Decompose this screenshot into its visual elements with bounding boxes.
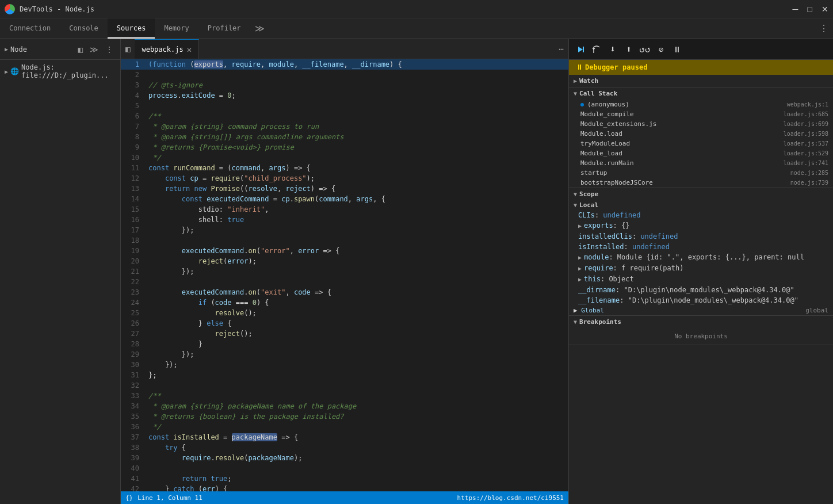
pause-on-exception-button[interactable]: ⏸ <box>670 43 684 56</box>
svg-marker-0 <box>578 47 583 52</box>
scope-local-item[interactable]: ▶exports: {} <box>569 220 833 231</box>
line-code: * @param {string} command process to run <box>144 121 568 132</box>
code-line: 35 * @returns {boolean} is the package i… <box>121 411 568 422</box>
stack-function-name: Module.load <box>580 130 622 138</box>
stack-function-name: startup <box>580 169 607 177</box>
code-line: 20 reject(error); <box>121 256 568 266</box>
scope-local-item[interactable]: ▶this: Object <box>569 274 833 285</box>
line-code: const cp = require("child_process"); <box>144 173 568 184</box>
scope-local-item[interactable]: ▶module: Module {id: ".", exports: {...}… <box>569 252 833 263</box>
line-code: const runCommand = (command, args) => { <box>144 163 568 173</box>
nav-tab-connection[interactable]: Connection <box>0 18 60 39</box>
sidebar-node-arrow: ▶ <box>5 46 8 52</box>
code-line: 24 if (code === 0) { <box>121 297 568 308</box>
line-code: * @returns {Promise<void>} promise <box>144 142 568 152</box>
stack-item[interactable]: Module.loadloader.js:598 <box>569 129 833 139</box>
split-editor-button[interactable]: ◧ <box>121 44 135 54</box>
stack-item[interactable]: startupnode.js:285 <box>569 168 833 178</box>
stack-location: loader.js:529 <box>784 150 828 156</box>
restart-button[interactable]: ↺↺ <box>638 43 652 56</box>
line-number: 38 <box>121 442 144 453</box>
line-code: * @param {string[]} args commandline arg… <box>144 132 568 142</box>
minimize-button[interactable]: ─ <box>793 5 798 14</box>
line-code: }; <box>144 370 568 380</box>
line-code: return new Promise((resolve, reject) => … <box>144 184 568 194</box>
nav-settings-button[interactable]: ⋮ <box>819 23 833 34</box>
nav-tab-console[interactable]: Console <box>60 18 108 39</box>
stack-item[interactable]: tryModuleLoadloader.js:537 <box>569 139 833 148</box>
line-code: shell: true <box>144 215 568 225</box>
line-code: try { <box>144 442 568 453</box>
right-panel: ⬇ ⬆ ↺↺ ⊘ ⏸ ⏸ Debugger paused ▶ Watch ▼ <box>568 39 833 504</box>
status-left: {} Line 1, Column 11 <box>125 494 202 502</box>
line-code: const isInstalled = packageName => { <box>144 432 568 442</box>
stack-location: loader.js:699 <box>784 121 828 127</box>
breakpoints-empty-msg: No breakpoints <box>569 328 833 345</box>
file-tab-close-button[interactable]: ✕ <box>187 45 192 54</box>
stack-function-name: tryModuleLoad <box>580 140 630 147</box>
code-line: 7 * @param {string} command process to r… <box>121 121 568 132</box>
sidebar-menu-button[interactable]: ⋮ <box>103 44 116 55</box>
stack-item[interactable]: Module_extensions.jsloader.js:699 <box>569 119 833 129</box>
stack-item[interactable]: Module_compileloader.js:685 <box>569 109 833 119</box>
sidebar-more-button[interactable]: ≫ <box>87 44 101 55</box>
watch-header[interactable]: ▶ Watch <box>569 75 833 87</box>
sidebar-tree-item[interactable]: ▶ 🌐 Node.js: file:///D:/_plugin... <box>0 62 120 81</box>
callstack-arrow: ▼ <box>574 90 577 97</box>
breakpoints-header[interactable]: ▼ Breakpoints <box>569 316 833 328</box>
code-line: 3// @ts-ignore <box>121 80 568 90</box>
step-into-button[interactable]: ⬇ <box>606 43 620 56</box>
line-code: require.resolve(packageName); <box>144 453 568 463</box>
nav-tab-memory[interactable]: Memory <box>155 18 198 39</box>
line-number: 13 <box>121 184 144 194</box>
line-number: 31 <box>121 370 144 380</box>
line-code: */ <box>144 152 568 163</box>
line-number: 41 <box>121 474 144 484</box>
stack-item[interactable]: bootstrapNodeJSCorenode.js:739 <box>569 178 833 188</box>
file-tab-webpack[interactable]: webpack.js ✕ <box>135 39 199 59</box>
step-out-button[interactable]: ⬆ <box>622 43 636 56</box>
editor-more-button[interactable]: ⋯ <box>555 44 568 54</box>
stack-location: node.js:285 <box>790 170 828 176</box>
nav-tab-profiler[interactable]: Profiler <box>198 18 250 39</box>
title-bar-left: DevTools - Node.js <box>5 4 94 14</box>
scope-local-item[interactable]: ▶require: f require(path) <box>569 263 833 274</box>
maximize-button[interactable]: □ <box>808 5 812 14</box>
line-code: if (code === 0) { <box>144 297 568 308</box>
scope-global-row[interactable]: ▶ Globalglobal <box>569 306 833 315</box>
code-editor[interactable]: 1(function (exports, require, module, __… <box>121 59 568 491</box>
code-line: 18 <box>121 235 568 246</box>
sidebar-collapse-button[interactable]: ◧ <box>76 44 85 55</box>
stack-item[interactable]: Module.runMainloader.js:741 <box>569 158 833 168</box>
right-panel-body[interactable]: ▶ Watch ▼ Call Stack (anonymous)webpack.… <box>569 75 833 504</box>
callstack-header[interactable]: ▼ Call Stack <box>569 87 833 100</box>
scope-local-item: isInstalled: undefined <box>569 242 833 252</box>
deactivate-button[interactable]: ⊘ <box>654 43 668 56</box>
stack-item[interactable]: Module_loadloader.js:529 <box>569 148 833 158</box>
code-line: 32 <box>121 380 568 391</box>
svg-rect-1 <box>583 47 584 52</box>
close-button[interactable]: ✕ <box>821 5 828 14</box>
line-number: 7 <box>121 121 144 132</box>
code-format-icon[interactable]: {} <box>125 494 133 502</box>
stack-location: webpack.js:1 <box>787 101 828 108</box>
step-over-button[interactable] <box>590 43 603 56</box>
line-number: 4 <box>121 90 144 101</box>
scope-header[interactable]: ▼ Scope <box>569 188 833 200</box>
nav-tab-sources[interactable]: Sources <box>108 18 155 39</box>
line-code <box>144 463 568 474</box>
line-number: 40 <box>121 463 144 474</box>
nav-more-button[interactable]: ≫ <box>250 23 269 34</box>
code-line: 19 executedCommand.on("error", error => … <box>121 246 568 256</box>
resume-button[interactable] <box>574 43 587 56</box>
tree-node-icon: 🌐 <box>10 67 19 75</box>
line-code: * @param {string} packageName name of th… <box>144 401 568 411</box>
cursor-position: Line 1, Column 11 <box>137 494 202 502</box>
code-line: 29 }); <box>121 349 568 360</box>
scope-local-label[interactable]: ▼Local <box>569 200 833 210</box>
stack-item[interactable]: (anonymous)webpack.js:1 <box>569 100 833 109</box>
watch-section: ▶ Watch <box>569 75 833 87</box>
line-code <box>144 380 568 391</box>
breakpoints-arrow: ▼ <box>574 319 577 325</box>
line-code: /** <box>144 111 568 121</box>
